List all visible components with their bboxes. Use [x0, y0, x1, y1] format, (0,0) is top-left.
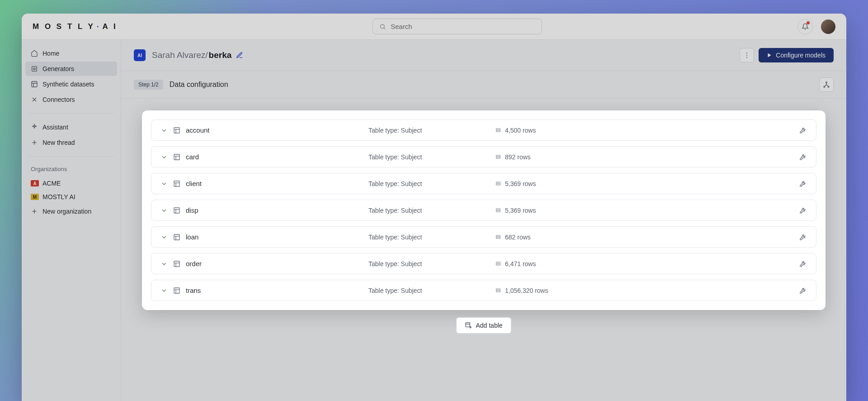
- table-row[interactable]: account Table type: Subject 4,500 rows: [151, 119, 816, 141]
- table-type: Table type: Subject: [368, 260, 495, 267]
- sidebar-item-new-thread[interactable]: New thread: [25, 135, 117, 150]
- table-name: card: [186, 153, 199, 161]
- breadcrumb-project: berka: [209, 50, 232, 60]
- avatar[interactable]: [821, 19, 835, 34]
- svg-line-1: [384, 28, 386, 29]
- table-rows: 4,500 rows: [495, 127, 594, 134]
- wrench-icon: [799, 233, 807, 241]
- table-rows: 892 rows: [495, 153, 594, 161]
- wrench-icon: [799, 286, 807, 294]
- sidebar-item-label: New organization: [42, 208, 91, 215]
- svg-rect-48: [174, 288, 179, 293]
- schema-graph-button[interactable]: [819, 77, 834, 92]
- table-row[interactable]: trans Table type: Subject 1,056,320 rows: [151, 280, 816, 301]
- sidebar-item-home[interactable]: Home: [25, 46, 117, 61]
- sidebar-item-assistant[interactable]: Assistant: [25, 120, 117, 134]
- table-name: loan: [186, 233, 198, 241]
- table-icon: [173, 260, 180, 267]
- svg-rect-51: [496, 289, 500, 290]
- table-row[interactable]: card Table type: Subject 892 rows: [151, 146, 816, 167]
- expand-toggle[interactable]: [160, 207, 168, 214]
- search-icon: [379, 23, 386, 30]
- table-icon: [173, 153, 180, 161]
- step-badge: Step 1/2: [134, 80, 163, 90]
- notifications-button[interactable]: [797, 19, 813, 34]
- svg-rect-28: [174, 181, 179, 186]
- breadcrumb: Sarah Alvarez/ berka: [152, 50, 243, 60]
- generators-icon: [31, 65, 38, 72]
- chevron-down-icon: [160, 234, 168, 241]
- svg-rect-18: [174, 128, 179, 133]
- svg-point-15: [826, 82, 827, 83]
- table-name: account: [186, 126, 210, 134]
- table-settings-button[interactable]: [799, 286, 807, 294]
- wrench-icon: [799, 153, 807, 161]
- table-type: Table type: Subject: [368, 207, 495, 214]
- table-icon: [173, 127, 180, 134]
- expand-toggle[interactable]: [160, 153, 168, 161]
- expand-toggle[interactable]: [160, 180, 168, 187]
- sidebar-item-connectors[interactable]: Connectors: [25, 92, 117, 107]
- wrench-icon: [799, 126, 807, 134]
- table-settings-button[interactable]: [799, 180, 807, 187]
- table-settings-button[interactable]: [799, 153, 807, 161]
- organizations-header: Organizations: [25, 163, 117, 176]
- configure-models-button[interactable]: Configure models: [759, 48, 834, 62]
- expand-toggle[interactable]: [160, 287, 168, 294]
- svg-rect-52: [496, 291, 500, 292]
- rows-icon: [495, 234, 501, 240]
- add-table-label: Add table: [476, 322, 502, 329]
- sidebar-item-label: Assistant: [42, 124, 68, 131]
- chevron-down-icon: [160, 127, 168, 134]
- table-row[interactable]: order Table type: Subject 6,471 rows: [151, 253, 816, 274]
- table-row[interactable]: client Table type: Subject 5,369 rows: [151, 173, 816, 194]
- table-rows: 6,471 rows: [495, 260, 594, 267]
- svg-point-16: [824, 86, 825, 87]
- more-actions-button[interactable]: [740, 48, 754, 62]
- edit-name-button[interactable]: [236, 52, 243, 59]
- wrench-icon: [799, 260, 807, 267]
- table-settings-button[interactable]: [799, 260, 807, 267]
- expand-toggle[interactable]: [160, 260, 168, 267]
- chevron-down-icon: [160, 207, 168, 214]
- table-settings-button[interactable]: [799, 206, 807, 214]
- table-rows: 5,369 rows: [495, 207, 594, 214]
- chevron-down-icon: [160, 287, 168, 294]
- org-item-acme[interactable]: A ACME: [25, 177, 117, 190]
- tables-panel: account Table type: Subject 4,500 rows c…: [142, 110, 826, 310]
- table-row[interactable]: disp Table type: Subject 5,369 rows: [151, 200, 816, 221]
- wrench-icon: [799, 206, 807, 214]
- table-type: Table type: Subject: [368, 180, 495, 187]
- svg-point-11: [746, 53, 747, 53]
- add-table-button[interactable]: Add table: [456, 317, 511, 334]
- expand-toggle[interactable]: [160, 127, 168, 134]
- table-settings-button[interactable]: [799, 233, 807, 241]
- table-settings-button[interactable]: [799, 126, 807, 134]
- sidebar-item-new-organization[interactable]: New organization: [25, 204, 117, 219]
- svg-point-12: [746, 55, 747, 56]
- table-type: Table type: Subject: [368, 287, 495, 294]
- home-icon: [31, 50, 38, 57]
- table-rows: 682 rows: [495, 234, 594, 241]
- table-type: Table type: Subject: [368, 153, 495, 161]
- svg-rect-2: [32, 67, 37, 72]
- org-badge: M: [31, 194, 39, 200]
- sidebar-item-generators[interactable]: Generators: [25, 62, 117, 76]
- svg-point-0: [381, 24, 385, 29]
- svg-rect-33: [174, 208, 179, 213]
- sidebar-item-synthetic-datasets[interactable]: Synthetic datasets: [25, 77, 117, 91]
- table-type: Table type: Subject: [368, 127, 495, 134]
- subheader-title: Data configuration: [170, 81, 228, 89]
- table-row[interactable]: loan Table type: Subject 682 rows: [151, 226, 816, 248]
- svg-rect-21: [496, 129, 500, 130]
- logo[interactable]: M O S T L Y·A I: [33, 22, 118, 31]
- org-item-mostly-ai[interactable]: M MOSTLY AI: [25, 191, 117, 203]
- expand-toggle[interactable]: [160, 234, 168, 241]
- search-input[interactable]: [373, 19, 542, 34]
- svg-rect-27: [496, 157, 500, 158]
- table-name: order: [186, 260, 202, 267]
- sidebar-item-label: Connectors: [42, 96, 75, 103]
- svg-marker-14: [768, 53, 771, 57]
- breadcrumb-owner[interactable]: Sarah Alvarez/: [152, 50, 208, 60]
- svg-rect-46: [496, 262, 500, 263]
